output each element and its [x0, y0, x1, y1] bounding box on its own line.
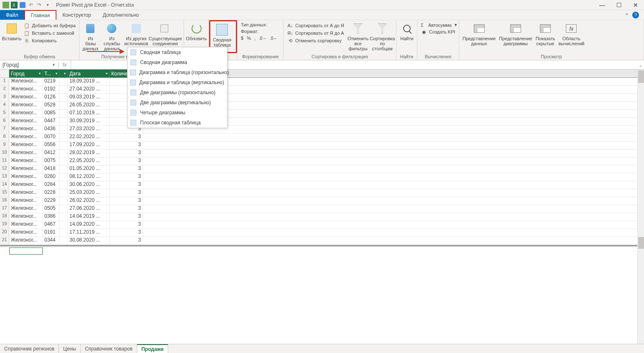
measure-grid[interactable] — [0, 246, 644, 344]
cell[interactable]: Железног... — [9, 165, 43, 173]
cell[interactable]: 0191 — [43, 229, 59, 237]
row-number[interactable]: 5 — [0, 110, 9, 117]
cell[interactable]: 22.02.2020 ... — [68, 134, 110, 141]
row-number[interactable]: 20 — [0, 229, 9, 237]
redo-icon[interactable]: ↷ — [36, 2, 43, 8]
cell[interactable]: 0192 — [43, 86, 59, 93]
column-header-3[interactable]: Дата▾ — [68, 70, 110, 77]
cell[interactable]: 14.04.2019 ... — [68, 213, 110, 221]
sort-by-column-button[interactable]: Сортировка по столбцам — [371, 21, 394, 52]
cell[interactable]: 0344 — [43, 237, 59, 245]
cell[interactable]: 17.11.2019 ... — [68, 229, 110, 237]
cell[interactable] — [59, 181, 68, 189]
sort-za-button[interactable]: Я↓Сортировать от Я до А — [285, 29, 346, 37]
cell[interactable] — [59, 94, 68, 101]
table-row[interactable]: 17Железног...050527.06.2020 ...3 — [0, 205, 644, 213]
cell[interactable]: 0447 — [43, 118, 59, 125]
cell[interactable] — [59, 86, 68, 93]
from-database-button[interactable]: Из базы данных — [81, 21, 100, 52]
cell[interactable]: 22.05.2020 ... — [68, 157, 110, 165]
copy-button[interactable]: ⎘Копировать — [22, 37, 77, 44]
cell[interactable]: Железног... — [9, 157, 43, 165]
sheet-tab-sales[interactable]: Продажи — [137, 344, 168, 353]
increase-decimal-button[interactable]: .0→ — [259, 36, 266, 41]
show-hidden-button[interactable]: Показать скрытые — [534, 21, 557, 47]
cell[interactable]: 3 — [110, 189, 143, 197]
diagram-view-button[interactable]: Представление диаграммы — [497, 21, 534, 47]
row-number[interactable]: 14 — [0, 181, 9, 189]
from-other-button[interactable]: Из других источников — [124, 21, 148, 47]
tab-home[interactable]: Главная — [24, 10, 57, 20]
column-header-0[interactable]: Город▾ — [9, 70, 43, 77]
collapse-ribbon-icon[interactable]: ^ — [626, 12, 628, 18]
cell[interactable]: Железног... — [9, 102, 43, 109]
clear-filters-button[interactable]: Отменить все фильтры — [346, 21, 371, 52]
cell[interactable]: 26.02.2020 ... — [68, 197, 110, 205]
format-row[interactable]: Формат: — [239, 28, 260, 34]
comma-button[interactable]: , — [254, 36, 256, 41]
cell[interactable]: 0229 — [43, 197, 59, 205]
pivot-menu-item-2[interactable]: Диаграмма и таблица (горизонтально) — [128, 67, 227, 77]
table-row[interactable]: 5Железног...008507.10.2019 ... — [0, 110, 644, 118]
cell[interactable]: 3 — [110, 229, 143, 237]
pivot-menu-item-5[interactable]: Две диаграммы (вертикально) — [128, 98, 227, 108]
cell[interactable]: 0467 — [43, 221, 59, 229]
table-row[interactable]: 14Железног...028430.06.2020 ...3 — [0, 181, 644, 189]
name-box[interactable]: [Город]▼ — [0, 62, 59, 68]
cell[interactable]: Железног... — [9, 126, 43, 133]
pivot-menu-item-7[interactable]: Плоская сводная таблица — [128, 118, 227, 128]
cell[interactable]: 0085 — [43, 110, 59, 117]
vertical-scrollbar[interactable] — [637, 70, 644, 344]
cell[interactable]: 0418 — [43, 165, 59, 173]
cell[interactable]: Железног... — [9, 86, 43, 93]
cell[interactable]: 27.06.2020 ... — [68, 205, 110, 213]
cell[interactable] — [59, 126, 68, 133]
row-number[interactable]: 11 — [0, 157, 9, 165]
cell[interactable]: Железног... — [9, 78, 43, 85]
pivot-menu-item-6[interactable]: Четыре диаграммы — [128, 108, 227, 118]
cell[interactable]: Железног... — [9, 205, 43, 213]
filter-dropdown-icon[interactable]: ▾ — [64, 72, 66, 75]
cell[interactable]: 3 — [110, 134, 143, 141]
paste-replace-button[interactable]: 📋Вставить с заменой — [22, 29, 77, 37]
cell[interactable] — [59, 237, 68, 245]
tab-advanced[interactable]: Дополнительно — [97, 10, 145, 20]
cell[interactable]: Железног... — [9, 118, 43, 125]
cell[interactable] — [59, 173, 68, 181]
row-number[interactable]: 17 — [0, 205, 9, 213]
cell[interactable]: Железног... — [9, 229, 43, 237]
paste-button[interactable]: Вставить — [2, 21, 22, 42]
sheet-tab-regions[interactable]: Справочник регионов — [0, 344, 59, 353]
currency-button[interactable]: $ — [241, 36, 243, 41]
cell[interactable] — [59, 78, 68, 85]
fx-label[interactable]: fx — [59, 60, 71, 69]
row-number[interactable]: 6 — [0, 118, 9, 125]
cell[interactable] — [59, 142, 68, 149]
pivot-menu-item-3[interactable]: Диаграмма и таблица (вертикально) — [128, 77, 227, 88]
column-header-1[interactable]: Т...▾ — [43, 70, 59, 77]
cell[interactable]: 3 — [110, 213, 143, 221]
table-row[interactable]: 11Железног...007522.05.2020 ...3 — [0, 157, 644, 165]
cell[interactable] — [59, 189, 68, 197]
scroll-thumb-top[interactable] — [638, 70, 644, 83]
namebox-dropdown-icon[interactable]: ▼ — [52, 63, 56, 67]
cell[interactable]: 17.09.2020 ... — [68, 142, 110, 149]
cell[interactable]: 3 — [110, 237, 143, 245]
filter-dropdown-icon[interactable]: ▾ — [106, 72, 107, 75]
cell[interactable]: 01.05.2020 ... — [68, 165, 110, 173]
row-number[interactable]: 2 — [0, 86, 9, 93]
minimize-button[interactable]: — — [594, 0, 611, 10]
cell[interactable]: 0556 — [43, 142, 59, 149]
cell[interactable]: 3 — [110, 181, 143, 189]
cell[interactable]: 30.09.2019 ... — [68, 118, 110, 125]
table-row[interactable]: 6Железног...044730.09.2019 ... — [0, 118, 644, 126]
cell[interactable]: 3 — [110, 221, 143, 229]
cell[interactable]: Железног... — [9, 134, 43, 141]
table-row[interactable]: 16Железног...022926.02.2020 ...3 — [0, 197, 644, 205]
cell[interactable] — [59, 165, 68, 173]
row-number[interactable]: 10 — [0, 149, 9, 157]
row-number[interactable]: 8 — [0, 134, 9, 141]
maximize-button[interactable]: ☐ — [611, 0, 627, 10]
close-button[interactable]: ✕ — [627, 0, 644, 10]
cell[interactable]: 0075 — [43, 157, 59, 165]
